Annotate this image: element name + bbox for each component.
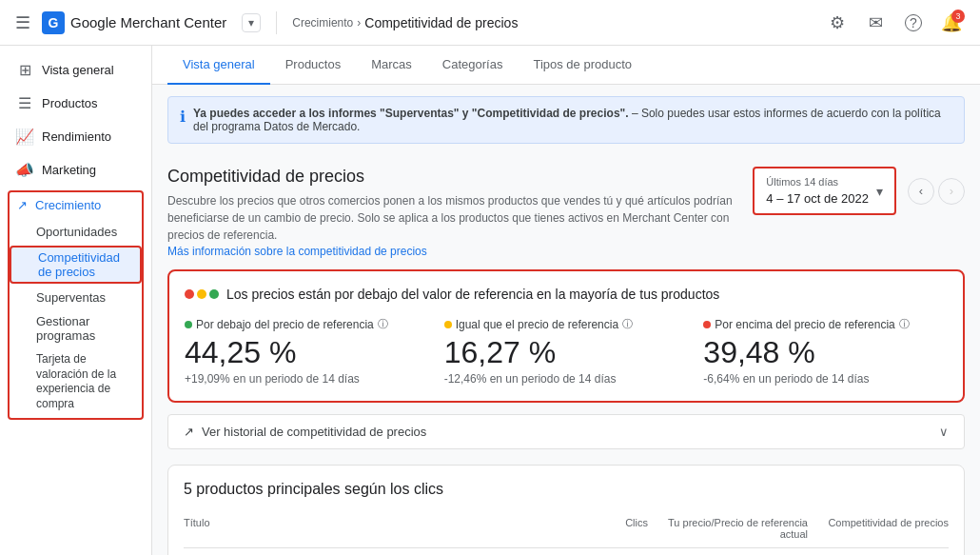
stat-below: Por debajo del precio de referencia ⓘ 44…: [185, 317, 429, 386]
history-row-text: ↗ Ver historial de competitividad de pre…: [184, 425, 426, 439]
th-precio-referencia: Tu precio/Precio de referencia actual: [656, 517, 808, 540]
sidebar-label-productos: Productos: [42, 96, 98, 110]
tl-yellow: [197, 289, 206, 299]
stat-equal-change: -12,46% en un periodo de 14 días: [444, 372, 689, 386]
sidebar-label-vista-general: Vista general: [42, 63, 114, 77]
sidebar-item-crecimiento[interactable]: ↗ Crecimiento: [10, 192, 142, 218]
mail-icon: ✉: [869, 12, 883, 33]
tab-categorias[interactable]: Categorías: [427, 46, 519, 85]
crecimiento-subitems: Oportunidades Competitividad de precios …: [10, 218, 142, 418]
sidebar-item-marketing[interactable]: 📣 Marketing: [0, 153, 144, 187]
products-section: 5 productos principales según los clics …: [167, 465, 965, 555]
notification-count: 3: [951, 10, 965, 23]
next-date-button[interactable]: ›: [938, 178, 965, 205]
page-content: Competitividad de precios Descubre los p…: [152, 155, 980, 555]
breadcrumb-current: Competitividad de precios: [364, 15, 518, 30]
stat-equal-info-icon[interactable]: ⓘ: [622, 317, 633, 331]
date-chevron-icon[interactable]: ▾: [876, 184, 883, 199]
menu-icon[interactable]: ☰: [11, 9, 34, 37]
tl-red: [185, 289, 194, 299]
sidebar-label-marketing: Marketing: [42, 163, 96, 177]
history-row[interactable]: ↗ Ver historial de competitividad de pre…: [167, 414, 965, 449]
mail-button[interactable]: ✉: [858, 6, 892, 40]
date-picker-inner: Últimos 14 días 4 – 17 oct de 2022: [766, 176, 869, 206]
topbar-logo: G Google Merchant Center: [42, 11, 226, 34]
stat-equal-dot: [444, 321, 452, 328]
content-area: Vista general Productos Marcas Categoría…: [152, 46, 980, 555]
stat-below-dot: [185, 321, 192, 328]
section-title-block: Competitividad de precios Descubre los p…: [167, 167, 738, 258]
tabs-bar: Vista general Productos Marcas Categoría…: [152, 46, 980, 85]
sidebar-item-tarjeta-valoracion[interactable]: Tarjeta de valoración de la experiencia …: [10, 347, 142, 416]
sidebar: ⊞ Vista general ☰ Productos 📈 Rendimient…: [0, 46, 152, 555]
sidebar-label-rendimiento: Rendimiento: [42, 129, 111, 144]
table-header: Título Clics Tu precio/Precio de referen…: [184, 509, 949, 548]
stat-above-dot: [703, 321, 711, 328]
stat-below-info-icon[interactable]: ⓘ: [378, 317, 388, 331]
sidebar-item-superventas[interactable]: Superventas: [10, 286, 142, 309]
date-value: 4 – 17 oct de 2022: [766, 191, 869, 206]
stat-below-label: Por debajo del precio de referencia ⓘ: [185, 317, 429, 331]
topbar: ☰ G Google Merchant Center ▾ Crecimiento…: [0, 0, 980, 46]
breadcrumb-arrow: ›: [357, 16, 361, 30]
topbar-divider: [276, 11, 277, 34]
stat-equal: Igual que el precio de referencia ⓘ 16,2…: [444, 317, 689, 386]
traffic-light: [185, 289, 219, 299]
date-label: Últimos 14 días: [766, 176, 869, 188]
history-arrow-icon: ↗: [184, 425, 194, 439]
breadcrumb-parent[interactable]: Crecimiento: [292, 16, 353, 30]
stat-above-label: Por encima del precio de referencia ⓘ: [703, 317, 948, 331]
stats-card: Los precios están por debajo del valor d…: [167, 269, 965, 403]
logo-icon: G: [42, 11, 65, 34]
topbar-actions: ⚙ ✉ ? 🔔 3: [820, 6, 969, 40]
products-title: 5 productos principales según los clics: [184, 481, 949, 498]
date-nav-arrows: ‹ ›: [908, 178, 965, 205]
prev-date-button[interactable]: ‹: [908, 178, 934, 205]
banner-text: Ya puedes acceder a los informes "Superv…: [193, 107, 952, 133]
sidebar-item-productos[interactable]: ☰ Productos: [0, 87, 144, 120]
stat-below-change: +19,09% en un periodo de 14 días: [185, 372, 429, 386]
tab-tipos-producto[interactable]: Tipos de producto: [518, 46, 647, 85]
page-title: Competitividad de precios: [167, 167, 738, 187]
th-competitividad: Competitividad de precios: [815, 517, 949, 540]
info-banner: ℹ Ya puedes acceder a los informes "Supe…: [167, 96, 965, 144]
stat-above-info-icon[interactable]: ⓘ: [899, 317, 910, 331]
stats-grid: Por debajo del precio de referencia ⓘ 44…: [185, 317, 948, 386]
sidebar-item-vista-general[interactable]: ⊞ Vista general: [0, 53, 144, 87]
crecimiento-section: ↗ Crecimiento Oportunidades Competitivid…: [8, 190, 144, 420]
more-info-link[interactable]: Más información sobre la competitividad …: [167, 245, 427, 258]
account-dropdown[interactable]: ▾: [242, 13, 261, 32]
tab-vista-general[interactable]: Vista general: [167, 46, 270, 85]
settings-icon: ⚙: [830, 12, 845, 33]
date-picker-container: Últimos 14 días 4 – 17 oct de 2022 ▾ ‹ ›: [753, 167, 965, 215]
main-container: ⊞ Vista general ☰ Productos 📈 Rendimient…: [0, 46, 980, 555]
stat-equal-label: Igual que el precio de referencia ⓘ: [444, 317, 689, 331]
sidebar-item-oportunidades[interactable]: Oportunidades: [10, 220, 142, 244]
tl-green: [209, 289, 219, 299]
settings-button[interactable]: ⚙: [820, 6, 854, 40]
notifications-button[interactable]: 🔔 3: [934, 6, 969, 40]
sidebar-item-rendimiento[interactable]: 📈 Rendimiento: [0, 120, 144, 153]
tab-marcas[interactable]: Marcas: [356, 46, 427, 85]
section-header: Competitividad de precios Descubre los p…: [167, 167, 965, 258]
date-picker[interactable]: Últimos 14 días 4 – 17 oct de 2022 ▾: [753, 167, 896, 215]
stat-above: Por encima del precio de referencia ⓘ 39…: [703, 317, 948, 386]
sidebar-item-competitividad-precios[interactable]: Competitividad de precios: [10, 246, 142, 284]
tab-productos[interactable]: Productos: [270, 46, 357, 85]
vista-general-icon: ⊞: [15, 61, 34, 79]
stat-above-change: -6,64% en un periodo de 14 días: [703, 372, 948, 386]
help-button[interactable]: ?: [896, 6, 931, 40]
page-description: Descubre los precios que otros comercios…: [167, 192, 738, 244]
crecimiento-label: Crecimiento: [35, 198, 101, 212]
info-icon: ℹ: [180, 108, 186, 126]
breadcrumb: Crecimiento › Competitividad de precios: [292, 15, 813, 30]
marketing-icon: 📣: [15, 161, 34, 179]
rendimiento-icon: 📈: [15, 128, 34, 146]
stats-card-title: Los precios están por debajo del valor d…: [185, 287, 948, 302]
th-clics: Clics: [553, 517, 648, 540]
crecimiento-icon: ↗: [17, 198, 28, 212]
sidebar-item-gestionar-programas[interactable]: Gestionar programas: [10, 309, 142, 347]
history-expand-icon: ∨: [939, 425, 949, 439]
stat-below-value: 44,25 %: [185, 335, 429, 370]
productos-icon: ☰: [15, 94, 34, 112]
